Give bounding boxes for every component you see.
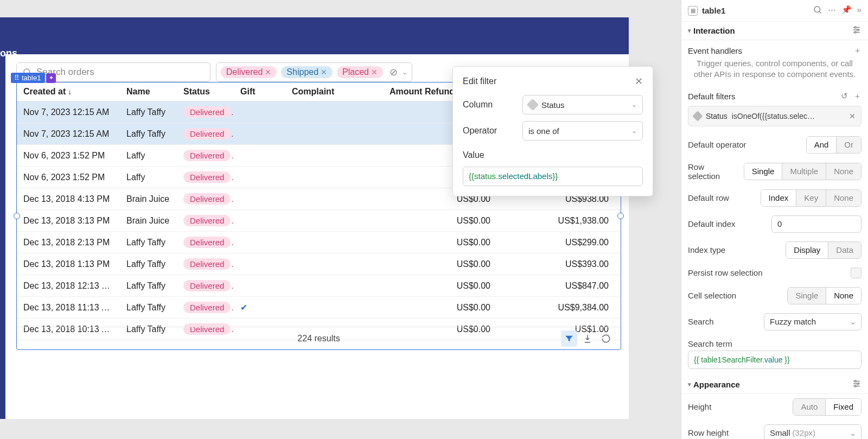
column-select[interactable]: Status ⌄ [522,95,643,114]
results-count: 224 results [297,334,340,343]
amount-cell: US$0.00 [383,232,502,253]
created-cell: Dec 13, 2018 3:13 PM [17,210,120,232]
segment-option[interactable]: None [826,288,861,304]
amount-cell: US$0.00 [383,297,502,319]
search-term-input[interactable]: {{ table1SearchFilter.value }} [688,351,861,369]
created-cell: Nov 7, 2023 12:15 AM [17,123,120,145]
default-index-input[interactable]: 0 [771,215,861,233]
persist-toggle[interactable] [851,268,861,278]
cell-selection-segmented[interactable]: SingleNone [787,287,861,304]
gift-cell [234,145,285,167]
segment-option[interactable]: Index [761,190,797,206]
remove-chip-icon[interactable]: ✕ [265,68,271,77]
refresh-icon[interactable] [598,330,614,347]
clear-chips-icon[interactable]: ⊘ [390,66,398,78]
tag-icon [527,99,539,111]
chevron-down-icon[interactable]: ⌄ [402,68,407,76]
index-type-segmented[interactable]: DisplayData [786,241,861,259]
add-filter-icon[interactable]: ＋ [853,91,861,101]
settings-icon[interactable] [852,25,861,36]
operator-label: Operator [463,126,522,136]
column-header[interactable]: Gift [234,82,285,101]
default-row-segmented[interactable]: IndexKeyNone [761,189,861,207]
svg-point-15 [854,385,856,387]
segment-option[interactable]: Single [788,288,826,304]
value-code-input[interactable]: {{status.selectedLabels}} [463,167,643,186]
complaint-cell [285,145,383,167]
default-operator-segmented[interactable]: AndOr [806,136,861,154]
column-header[interactable]: Created at ↓ [17,82,120,101]
filter-chip[interactable]: Placed ✕ [337,66,383,78]
column-header[interactable]: Status [177,82,234,101]
index-type-row: Index type DisplayData [681,237,868,263]
component-name[interactable]: table1 [702,6,808,15]
complaint-cell [285,253,383,275]
complaint-cell [285,101,383,123]
segment-option[interactable]: Auto [793,399,826,415]
table-row[interactable]: Dec 13, 2018 3:13 PMBrain JuiceDelivered… [17,210,621,232]
segment-option[interactable]: Single [744,163,783,180]
add-handler-icon[interactable]: ＋ [853,46,861,56]
complaint-cell [285,123,383,145]
status-cell: Delivered [177,232,234,253]
default-filters-header: Default filters ↺ ＋ [681,86,868,104]
default-filter-item[interactable]: Status isOneOf({{status.selec… ✕ [688,106,861,126]
segment-option[interactable]: None [826,190,861,206]
table-row[interactable]: Dec 13, 2018 1:13 PMLaffy TaffyDelivered… [17,253,621,275]
segment-option[interactable]: Multiple [782,163,826,180]
segment-option[interactable]: Or [837,137,861,153]
search-icon[interactable] [813,5,822,16]
row-height-select[interactable]: Small(32px) [764,424,861,440]
settings-icon[interactable] [852,379,861,390]
filter-chip[interactable]: Shipped ✕ [281,66,333,78]
operator-select[interactable]: is one of ⌄ [522,121,643,141]
filter-chip[interactable]: Delivered ✕ [221,66,277,78]
column-header[interactable]: Complaint [285,82,383,101]
table-row[interactable]: Dec 13, 2018 12:13 PMLaffy TaffyDelivere… [17,275,621,297]
segment-option[interactable]: Key [796,190,826,206]
height-row: Height AutoFixed [681,394,868,420]
value-label: Value [463,147,522,160]
remove-filter-icon[interactable]: ✕ [849,112,856,120]
created-cell: Nov 6, 2023 1:52 PM [17,167,120,188]
interaction-section-header[interactable]: Interaction [681,22,868,40]
gift-cell [234,275,285,297]
download-icon[interactable] [579,330,596,347]
segment-option[interactable]: None [826,163,861,180]
height-segmented[interactable]: AutoFixed [793,398,861,416]
status-chip-bar[interactable]: Delivered ✕Shipped ✕Placed ✕ ⊘ ⌄ [216,62,412,82]
column-header[interactable]: Name [120,82,177,101]
segment-option[interactable]: Data [828,242,861,258]
complaint-cell [285,232,383,253]
search-mode-select[interactable]: Fuzzy match [764,313,861,330]
remove-chip-icon[interactable]: ✕ [321,68,327,77]
close-icon[interactable]: ✕ [635,75,643,87]
more-icon[interactable]: ⋯ [828,5,836,16]
row-selection-segmented[interactable]: SingleMultipleNone [744,163,861,180]
ai-sparkle-icon[interactable]: ✦ [46,73,56,83]
component-tag[interactable]: ⠿ table1 [11,73,45,83]
complaint-cell [285,210,383,232]
created-cell: Dec 13, 2018 4:13 PM [17,188,120,210]
gift-cell: ✔ [234,297,285,319]
total-cell: US$393.00 [502,253,621,275]
created-cell: Dec 13, 2018 12:13 PM [17,275,120,297]
search-orders-field[interactable] [36,67,205,78]
table-row[interactable]: Dec 13, 2018 2:13 PMLaffy TaffyDelivered… [17,232,621,253]
remove-chip-icon[interactable]: ✕ [371,68,378,77]
segment-option[interactable]: Fixed [826,399,861,415]
svg-point-9 [854,31,856,33]
check-icon: ✔ [240,303,247,312]
expand-icon[interactable]: » [857,5,861,16]
table-row[interactable]: Dec 13, 2018 11:13 AMLaffy TaffyDelivere… [17,297,621,319]
filter-icon[interactable] [561,330,577,347]
name-cell: Laffy Taffy [120,275,177,297]
event-handlers-header: Event handlers ＋ [681,40,868,58]
reset-filters-icon[interactable]: ↺ [841,91,848,101]
segment-option[interactable]: And [807,137,837,153]
name-cell: Laffy [120,145,177,167]
svg-point-7 [854,27,856,28]
pin-icon[interactable]: 📌 [841,5,852,16]
appearance-section-header[interactable]: Appearance [681,376,868,394]
segment-option[interactable]: Display [786,242,828,258]
